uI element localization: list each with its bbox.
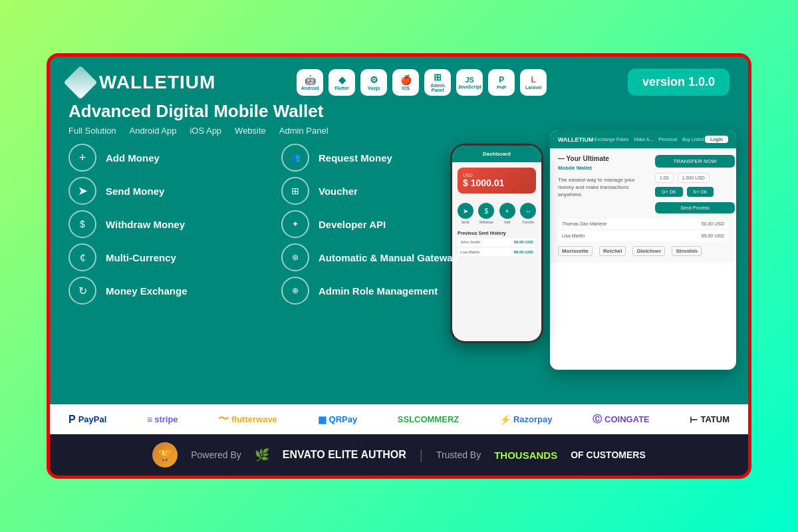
provider-coingate: Ⓒ COINGATE <box>593 414 650 426</box>
provider-sslcommerz: SSLCOMMERZ <box>398 414 459 424</box>
dash-title: — Your Ultimate <box>558 155 648 162</box>
main-content: WALLETIUM 🤖 Android ◆ Flutter ⚙ Vuejs 🍎 … <box>50 57 748 404</box>
bottom-bar: 🏆 Powered By 🌿 ENVATO ELITE AUTHOR | Tru… <box>50 434 748 475</box>
qrpay-label: QRPay <box>329 414 358 424</box>
subtitle-full-solution: Full Solution <box>68 126 116 136</box>
dash-header: WALLETIUM Exchange Rates Make A... Perso… <box>550 130 736 148</box>
phone-transfer-icon: ↔ Transfer <box>520 203 536 224</box>
tech-icon-php: P PHP <box>488 69 515 96</box>
feature-multi-currency: ₵ Multi-Currency <box>68 243 281 271</box>
gateway-icon: ⊛ <box>281 243 309 271</box>
provider-qrpay: ▦ QRPay <box>318 414 358 425</box>
coingate-label: COINGATE <box>604 414 650 424</box>
header-row: WALLETIUM 🤖 Android ◆ Flutter ⚙ Vuejs 🍎 … <box>68 68 730 96</box>
payments-bar: P PayPal ≡ stripe 〜 flutterwave ▦ QRPay … <box>50 404 748 434</box>
dash-table-row-1: Thomas Dan Marlene 50.00 USD <box>558 219 728 229</box>
tech-icon-android: 🤖 Android <box>297 69 323 96</box>
page-title: Advanced Digital Mobile Wallet <box>68 101 730 122</box>
feature-request-money: 👥 Request Money <box>281 144 494 172</box>
feature-send-money: ➤ Send Money <box>68 177 281 205</box>
send-money-icon: ➤ <box>68 177 96 205</box>
powered-by-text: Powered By <box>191 450 241 460</box>
features-section: + Add Money ➤ Send Money $ Withdraw Mone… <box>68 144 730 404</box>
feature-money-exchange: ↻ Money Exchange <box>68 277 281 305</box>
subtitle-android: Android App <box>130 126 177 136</box>
provider-razorpay: ⚡ Razorpay <box>499 414 553 425</box>
dash-amount-to: 1.000 USD <box>678 173 710 183</box>
subtitle-admin: Admin Panel <box>279 126 329 136</box>
feature-add-money: + Add Money <box>68 144 281 172</box>
multi-currency-icon: ₵ <box>68 243 96 271</box>
admin-role-icon: ⊕ <box>281 277 309 305</box>
feature-admin-role: ⊕ Admin Role Management <box>281 277 494 305</box>
dash-btn-1[interactable]: G+ OK <box>655 187 683 197</box>
logo-text: WALLETIUM <box>99 72 215 93</box>
dash-body: — Your Ultimate Mobile Wallet The easies… <box>550 148 736 263</box>
stripe-label: stripe <box>154 414 178 424</box>
dash-send-button[interactable]: TRANSFER NOW <box>655 155 735 168</box>
request-money-label: Request Money <box>319 152 392 164</box>
send-money-label: Send Money <box>106 186 164 197</box>
add-money-label: Add Money <box>106 152 160 164</box>
of-customers-text: OF CUSTOMERS <box>571 450 646 460</box>
provider-tatum: ⊢ TATUM <box>690 414 730 425</box>
main-card: WALLETIUM 🤖 Android ◆ Flutter ⚙ Vuejs 🍎 … <box>47 53 751 479</box>
provider-paypal: P PayPal <box>68 414 106 426</box>
subtitle-website: Website <box>235 126 266 136</box>
request-money-icon: 👥 <box>281 144 309 172</box>
feature-developer-api: ✦ Developer API <box>281 210 494 238</box>
feature-gateway: ⊛ Automatic & Manual Gateway <box>281 243 494 271</box>
developer-api-icon: ✦ <box>281 210 309 238</box>
envato-badge-icon: 🏆 <box>152 442 178 467</box>
provider-flutterwave: 〜 flutterwave <box>218 412 277 426</box>
tech-icon-admin: ⊞ Admin Panel <box>424 69 451 96</box>
add-money-icon: + <box>68 144 96 172</box>
dash-send-process-btn[interactable]: Send Process <box>655 202 735 213</box>
razorpay-label: Razorpay <box>513 414 553 424</box>
version-badge: version 1.0.0 <box>628 68 730 96</box>
envato-author-text: ENVATO ELITE AUTHOR <box>283 449 406 461</box>
company-logos-row: Morissette Reichel Gleichner Stroshin <box>558 246 728 256</box>
money-exchange-label: Money Exchange <box>106 285 188 297</box>
logo-diamond-icon <box>64 65 98 99</box>
flutterwave-label: flutterwave <box>231 414 277 424</box>
features-right: 👥 Request Money ⊞ Voucher ✦ Developer AP… <box>281 144 494 404</box>
tech-icon-flutter: ◆ Flutter <box>329 69 355 96</box>
gateway-label: Automatic & Manual Gateway <box>319 252 458 263</box>
developer-api-label: Developer API <box>319 219 386 230</box>
dash-table: Thomas Dan Marlene 50.00 USD Lisa Martin… <box>558 219 728 241</box>
dash-nav: Exchange Rates Make A... Personal Buy Li… <box>595 137 704 142</box>
phone-add-icon: + Add <box>499 203 515 224</box>
withdraw-money-icon: $ <box>68 210 96 238</box>
multi-currency-label: Multi-Currency <box>106 252 176 263</box>
feature-withdraw-money: $ Withdraw Money <box>68 210 281 238</box>
features-left: + Add Money ➤ Send Money $ Withdraw Mone… <box>68 144 281 404</box>
dash-table-row-2: Lisa Martin 89.00 USD <box>558 231 728 241</box>
voucher-icon: ⊞ <box>281 177 309 205</box>
voucher-label: Voucher <box>319 186 358 197</box>
dash-subtitle: Mobile Wallet <box>558 165 648 171</box>
admin-role-label: Admin Role Management <box>319 285 438 297</box>
feature-voucher: ⊞ Voucher <box>281 177 494 205</box>
withdraw-money-label: Withdraw Money <box>106 219 185 230</box>
tech-icon-ios: 🍎 iOS <box>392 69 419 96</box>
sslcommerz-label: SSLCOMMERZ <box>398 414 459 424</box>
subtitle-ios: iOS App <box>190 126 221 136</box>
dash-login-btn[interactable]: Login <box>705 136 728 143</box>
thousands-text: THOUSANDS <box>494 450 557 461</box>
dash-logo: WALLETIUM <box>558 136 594 143</box>
dash-amount-from: 1.00 <box>655 173 674 183</box>
logo-area: WALLETIUM <box>68 70 215 94</box>
tech-icon-vuejs: ⚙ Vuejs <box>360 69 387 96</box>
trusted-by-text: Trusted By <box>436 450 481 460</box>
tech-icon-js: JS JavaScript <box>456 69 483 96</box>
dashboard-mockup: WALLETIUM Exchange Rates Make A... Perso… <box>550 130 736 370</box>
money-exchange-icon: ↻ <box>68 277 96 305</box>
dash-btn-2[interactable]: K+ OK <box>687 187 714 197</box>
provider-stripe: ≡ stripe <box>147 414 178 425</box>
paypal-label: PayPal <box>78 414 107 424</box>
tech-icons-row: 🤖 Android ◆ Flutter ⚙ Vuejs 🍎 iOS ⊞ <box>297 69 547 96</box>
tech-icon-laravel: L Laravel <box>520 69 547 96</box>
bar-separator: | <box>420 448 423 463</box>
tatum-label: TATUM <box>700 414 730 424</box>
